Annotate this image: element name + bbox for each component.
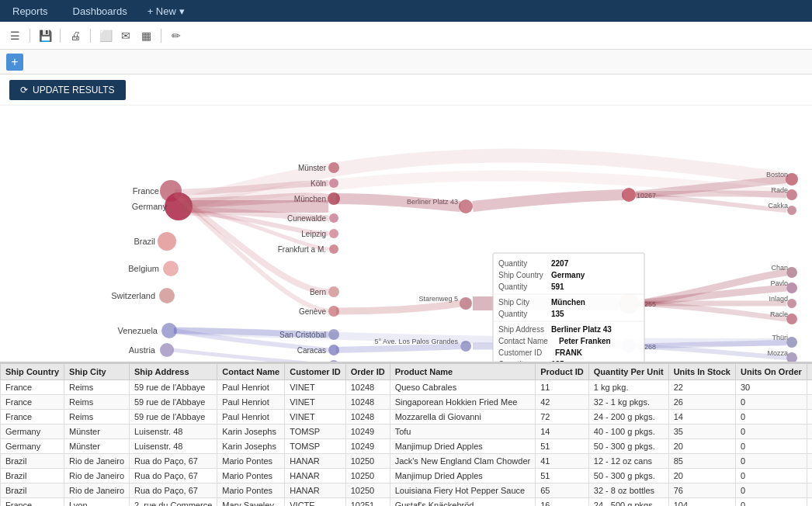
svg-text:2207: 2207 xyxy=(551,259,569,268)
svg-text:Ship City: Ship City xyxy=(498,298,529,307)
node-chan[interactable] xyxy=(786,267,797,278)
svg-text:Germany: Germany xyxy=(551,271,585,279)
col-order-id[interactable]: Order ID xyxy=(345,364,390,380)
svg-text:135: 135 xyxy=(551,360,564,362)
col-units-on-order[interactable]: Units On Order xyxy=(735,364,807,380)
svg-text:Quantity: Quantity xyxy=(498,282,527,291)
separator1 xyxy=(29,29,30,43)
visualization-area: France Germany Brazil Belgium Switzerlan… xyxy=(0,106,812,362)
node-austria[interactable] xyxy=(160,343,174,357)
email-icon[interactable]: ✉ xyxy=(117,27,134,44)
col-product-id[interactable]: Product ID xyxy=(536,364,589,380)
table-row[interactable]: BrazilRio de JaneiroRua do Paço, 67Mario… xyxy=(1,483,813,498)
nav-new[interactable]: + New ▾ xyxy=(147,5,185,17)
save-icon[interactable]: 💾 xyxy=(36,27,54,44)
edit-icon[interactable]: ✏ xyxy=(168,27,185,44)
node-cunewalde[interactable] xyxy=(329,213,338,223)
node-bern[interactable] xyxy=(328,286,339,297)
update-icon: ⟳ xyxy=(20,85,28,95)
node-frankfurt[interactable] xyxy=(329,244,338,254)
svg-text:Ship Address: Ship Address xyxy=(498,325,544,334)
table-header-row: Ship Country Ship City Ship Address Cont… xyxy=(1,364,813,380)
col-ship-country[interactable]: Ship Country xyxy=(1,364,64,380)
table-row[interactable]: GermanyMünsterLuisenstr. 48Karin Josephs… xyxy=(1,425,813,439)
col-unit-price[interactable]: Unit Price xyxy=(807,364,812,380)
svg-text:München: München xyxy=(551,298,585,307)
node-starenweg[interactable] xyxy=(460,297,472,310)
svg-text:Quantity: Quantity xyxy=(498,360,527,362)
svg-text:Brazil: Brazil xyxy=(134,237,155,246)
data-table: Ship Country Ship City Ship Address Cont… xyxy=(0,363,812,506)
table-row[interactable]: GermanyMünsterLuisenstr. 48Karin Josephs… xyxy=(1,439,813,454)
table-icon[interactable]: ▦ xyxy=(137,27,154,44)
svg-text:France: France xyxy=(133,186,159,196)
node-berliner-platz[interactable] xyxy=(459,199,473,213)
svg-text:Switzerland: Switzerland xyxy=(111,291,155,300)
nav-dashboards[interactable]: Dashboards xyxy=(68,2,132,20)
col-units-in-stock[interactable]: Units In Stock xyxy=(668,364,735,380)
separator4 xyxy=(161,29,161,43)
top-navigation: Reports Dashboards + New ▾ xyxy=(0,0,812,22)
node-belgium[interactable] xyxy=(163,261,179,276)
table-row[interactable]: BrazilRio de JaneiroRua do Paço, 67Mario… xyxy=(1,469,813,483)
col-product-name[interactable]: Product Name xyxy=(390,364,536,380)
col-ship-address[interactable]: Ship Address xyxy=(130,364,217,380)
table-row[interactable]: FranceReims59 rue de l'AbbayePaul Henrio… xyxy=(1,380,813,395)
col-quantity-per-unit[interactable]: Quantity Per Unit xyxy=(588,364,668,380)
nav-reports[interactable]: Reports xyxy=(8,2,53,20)
svg-rect-55 xyxy=(493,253,644,362)
svg-rect-0 xyxy=(0,106,812,362)
svg-text:Ship Country: Ship Country xyxy=(498,271,543,279)
svg-text:591: 591 xyxy=(551,282,564,291)
node-inlagd[interactable] xyxy=(787,299,796,308)
node-switzerland[interactable] xyxy=(159,288,175,303)
svg-text:FRANK: FRANK xyxy=(555,348,583,357)
svg-text:135: 135 xyxy=(551,310,564,318)
node-leipzig[interactable] xyxy=(329,229,338,238)
menu-icon[interactable]: ☰ xyxy=(6,27,23,44)
node-pavlo[interactable] xyxy=(786,282,797,293)
main-content: France Germany Brazil Belgium Switzerlan… xyxy=(0,106,812,506)
print-icon[interactable]: 🖨 xyxy=(67,27,84,44)
update-results-bar: ⟳ UPDATE RESULTS xyxy=(0,75,812,106)
chord-diagram: France Germany Brazil Belgium Switzerlan… xyxy=(0,106,812,362)
node-rade[interactable] xyxy=(786,189,797,200)
table-row[interactable]: BrazilRio de JaneiroRua do Paço, 67Mario… xyxy=(1,454,813,469)
svg-text:Belgium: Belgium xyxy=(128,264,159,273)
node-thuri[interactable] xyxy=(786,337,797,348)
separator2 xyxy=(60,29,61,43)
svg-text:Berliner Platz 43: Berliner Platz 43 xyxy=(551,325,612,334)
svg-text:Peter Franken: Peter Franken xyxy=(559,337,611,345)
filter-bar: + xyxy=(0,50,812,75)
svg-text:Quantity: Quantity xyxy=(498,310,527,318)
svg-text:Quantity: Quantity xyxy=(498,259,527,268)
col-ship-city[interactable]: Ship City xyxy=(64,364,130,380)
col-customer-id[interactable]: Customer ID xyxy=(285,364,345,380)
svg-text:Austria: Austria xyxy=(129,345,156,355)
col-contact-name[interactable]: Contact Name xyxy=(217,364,285,380)
data-table-area: Ship Country Ship City Ship Address Cont… xyxy=(0,362,812,506)
add-filter-button[interactable]: + xyxy=(6,54,23,71)
table-row[interactable]: FranceReims59 rue de l'AbbayePaul Henrio… xyxy=(1,395,813,410)
export-icon[interactable]: ⬜ xyxy=(97,27,114,44)
toolbar: ☰ 💾 🖨 ⬜ ✉ ▦ ✏ xyxy=(0,22,812,50)
node-cakka[interactable] xyxy=(787,206,796,215)
node-brazil[interactable] xyxy=(158,232,176,251)
table-row[interactable]: FranceLyon2, rue du CommerceMary Saveley… xyxy=(1,498,813,507)
node-racle[interactable] xyxy=(786,314,797,324)
update-results-button[interactable]: ⟳ UPDATE RESULTS xyxy=(9,80,126,100)
svg-text:Germany: Germany xyxy=(132,202,168,211)
node-10267[interactable] xyxy=(622,188,636,202)
svg-text:Customer ID: Customer ID xyxy=(498,348,542,357)
table-row[interactable]: FranceReims59 rue de l'AbbayePaul Henrio… xyxy=(1,410,813,425)
update-label: UPDATE RESULTS xyxy=(33,85,115,95)
svg-text:Venezuela: Venezuela xyxy=(118,326,158,335)
svg-text:Contact Name: Contact Name xyxy=(498,337,548,345)
separator3 xyxy=(90,29,91,43)
